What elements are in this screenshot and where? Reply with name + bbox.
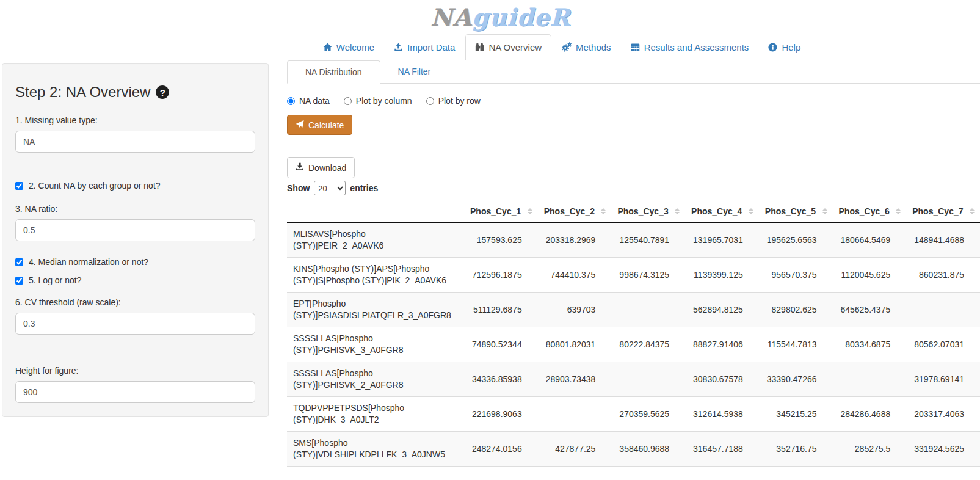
- radio-input[interactable]: [426, 97, 434, 105]
- value-cell: 115544.7813: [759, 327, 833, 362]
- radio-input[interactable]: [344, 97, 352, 105]
- nav-item-label: Welcome: [336, 42, 374, 53]
- log-checkbox-row[interactable]: 5. Log or not?: [15, 275, 255, 285]
- missing-value-label: 1. Missing value type:: [15, 115, 255, 125]
- sort-arrows-icon: [822, 208, 827, 214]
- count-na-checkbox-row[interactable]: 2. Count NA by each group or not?: [15, 181, 255, 191]
- median-checkbox-row[interactable]: 4. Median normalization or not?: [15, 257, 255, 267]
- value-cell: 80801.82031: [538, 327, 612, 362]
- column-header-label: Phos_Cyc_4: [691, 206, 742, 216]
- value-cell: 80562.07031: [906, 327, 980, 362]
- column-header-rowname[interactable]: [287, 200, 464, 223]
- count-na-checkbox[interactable]: [15, 182, 23, 190]
- na-ratio-label: 3. NA ratio:: [15, 204, 255, 214]
- send-icon: [296, 120, 304, 130]
- value-cell: 31978.69141: [906, 362, 980, 397]
- column-header-phos_cyc_4[interactable]: Phos_Cyc_4: [685, 200, 759, 223]
- cv-threshold-label: 6. CV threshold (raw scale):: [15, 297, 255, 307]
- nav-item-welcome[interactable]: Welcome: [314, 34, 383, 60]
- column-header-phos_cyc_6[interactable]: Phos_Cyc_6: [833, 200, 907, 223]
- column-header-label: Phos_Cyc_1: [470, 206, 521, 216]
- show-entries-control: Show 20 entries: [287, 181, 980, 195]
- sidebar-divider-2: [15, 352, 255, 352]
- tab-na-filter[interactable]: NA Filter: [380, 60, 449, 83]
- table-row: KINS[Phospho (STY)]APS[Phospho (STY)]S[P…: [287, 258, 980, 293]
- column-header-phos_cyc_7[interactable]: Phos_Cyc_7: [906, 200, 980, 223]
- sidebar-title-text: Step 2: NA Overview: [15, 84, 150, 101]
- value-cell: 562894.8125: [685, 293, 759, 327]
- nav-item-methods[interactable]: Methods: [553, 34, 620, 60]
- sort-arrows-icon: [749, 208, 753, 214]
- main-navbar: WelcomeImport DataNA OverviewMethodsResu…: [0, 34, 980, 60]
- table-row: EPT[Phospho (STY)]PSIASDISLPIATQELR_3_A0…: [287, 293, 980, 327]
- row-name-cell: SSSSLLAS[Phospho (STY)]PGHISVK_3_A0FGR8: [287, 327, 464, 362]
- row-name-cell: MLISAVS[Phospho (STY)]PEIR_2_A0AVK6: [287, 223, 464, 258]
- log-checkbox[interactable]: [15, 277, 23, 285]
- radio-label: NA data: [299, 96, 330, 106]
- nav-item-label: Import Data: [407, 42, 455, 53]
- column-header-phos_cyc_1[interactable]: Phos_Cyc_1: [464, 200, 538, 223]
- value-cell: 345215.25: [759, 397, 833, 432]
- count-na-label: 2. Count NA by each group or not?: [29, 181, 161, 191]
- missing-value-input[interactable]: [15, 131, 255, 153]
- main-panel: NA DistributionNA Filter NA dataPlot by …: [287, 60, 980, 467]
- row-name-cell: KINS[Phospho (STY)]APS[Phospho (STY)]S[P…: [287, 258, 464, 293]
- question-circle-icon[interactable]: ?: [156, 85, 169, 99]
- nav-item-label: Results and Assessments: [644, 42, 749, 53]
- radio-na-data[interactable]: NA data: [287, 96, 330, 106]
- value-cell: 284286.4688: [833, 397, 907, 432]
- cv-threshold-input[interactable]: [15, 313, 255, 335]
- table-row: TQDPVPPETPSDS[Phospho (STY)]DHK_3_A0JLT2…: [287, 397, 980, 432]
- table-row: SSSSLLAS[Phospho (STY)]PGHISVK_2_A0FGR83…: [287, 362, 980, 397]
- radio-plot-by-column[interactable]: Plot by column: [344, 96, 412, 106]
- value-cell: 744410.375: [538, 258, 612, 293]
- value-cell: 829802.625: [759, 293, 833, 327]
- value-cell: 33390.47266: [759, 362, 833, 397]
- column-header-phos_cyc_3[interactable]: Phos_Cyc_3: [611, 200, 685, 223]
- value-cell: 645625.4375: [833, 293, 907, 327]
- na-ratio-input[interactable]: [15, 219, 255, 241]
- radio-plot-by-row[interactable]: Plot by row: [426, 96, 481, 106]
- download-button[interactable]: Download: [287, 157, 355, 178]
- figure-height-label: Height for figure:: [15, 366, 255, 376]
- value-cell: 639703: [538, 293, 612, 327]
- value-cell: 316457.7188: [685, 432, 759, 467]
- gears-icon: [562, 42, 572, 52]
- info-icon: [768, 43, 777, 52]
- value-cell: 74890.52344: [464, 327, 538, 362]
- value-cell: 956570.375: [759, 258, 833, 293]
- calculate-button[interactable]: Calculate: [287, 115, 352, 135]
- binoculars-icon: [475, 43, 484, 52]
- tab-na-distribution[interactable]: NA Distribution: [287, 60, 380, 84]
- download-button-label: Download: [308, 163, 346, 173]
- upload-icon: [394, 43, 403, 52]
- main-divider: [287, 145, 980, 145]
- value-cell: 80222.84375: [611, 327, 685, 362]
- radio-label: Plot by row: [438, 96, 481, 106]
- value-cell: 125540.7891: [611, 223, 685, 258]
- download-icon: [296, 162, 304, 173]
- sort-arrows-icon: [601, 208, 606, 214]
- nav-item-import-data[interactable]: Import Data: [385, 34, 464, 60]
- page-length-select[interactable]: 20: [314, 181, 346, 195]
- nav-item-results-and-assessments[interactable]: Results and Assessments: [622, 34, 758, 60]
- home-icon: [323, 43, 332, 52]
- sort-arrows-icon: [970, 208, 975, 214]
- row-name-cell: SSSSLLAS[Phospho (STY)]PGHISVK_2_A0FGR8: [287, 362, 464, 397]
- figure-height-input[interactable]: [15, 381, 255, 403]
- median-checkbox[interactable]: [15, 258, 23, 266]
- radio-input[interactable]: [287, 97, 295, 105]
- column-header-label: Phos_Cyc_2: [544, 206, 595, 216]
- value-cell: 712596.1875: [464, 258, 538, 293]
- column-header-phos_cyc_2[interactable]: Phos_Cyc_2: [538, 200, 612, 223]
- nav-item-help[interactable]: Help: [759, 34, 810, 60]
- sidebar-title: Step 2: NA Overview ?: [15, 84, 255, 101]
- value-cell: 352716.75: [759, 432, 833, 467]
- value-cell: 312614.5938: [685, 397, 759, 432]
- value-cell: 28903.73438: [538, 362, 612, 397]
- nav-item-na-overview[interactable]: NA Overview: [465, 34, 551, 60]
- column-header-phos_cyc_5[interactable]: Phos_Cyc_5: [759, 200, 833, 223]
- table-header-row: Phos_Cyc_1Phos_Cyc_2Phos_Cyc_3Phos_Cyc_4…: [287, 200, 980, 223]
- value-cell: 1120045.625: [833, 258, 907, 293]
- table-icon: [631, 43, 640, 52]
